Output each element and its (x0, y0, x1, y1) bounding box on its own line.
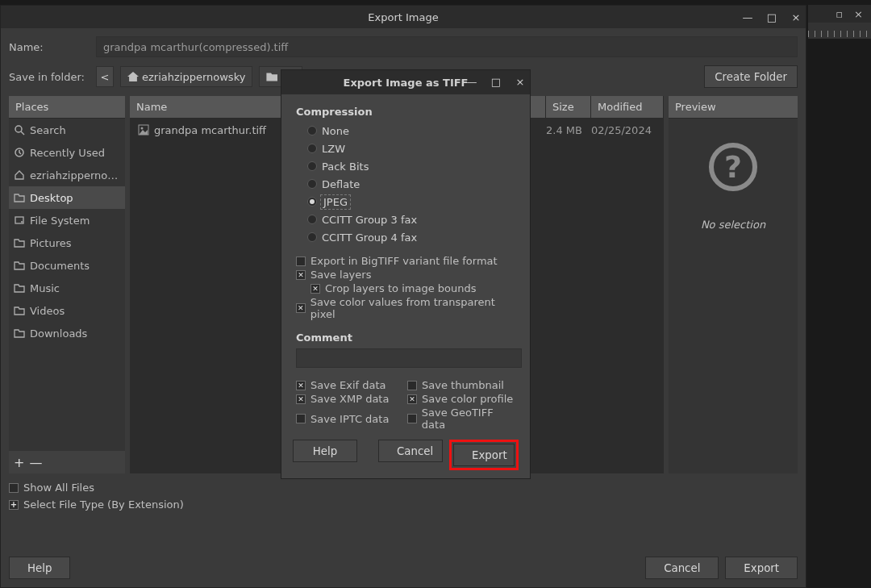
modal-maximize-button[interactable]: □ (490, 76, 502, 88)
modal-title: Export Image as TIFF (344, 77, 469, 89)
place-item-file-system[interactable]: File System (9, 209, 125, 231)
compression-ccitt-group-4-fax-radio[interactable]: CCITT Group 4 fax (307, 229, 519, 245)
place-item-desktop[interactable]: Desktop (9, 186, 125, 209)
place-item-documents[interactable]: Documents (9, 254, 125, 277)
save-xmp-checkbox[interactable] (296, 394, 306, 404)
modal-close-button[interactable]: × (514, 76, 527, 88)
save-color-row[interactable]: Save color values from transparent pixel (296, 296, 519, 320)
folder-icon (14, 192, 25, 203)
bigtiff-checkbox[interactable] (296, 256, 306, 266)
show-all-checkbox[interactable] (9, 483, 19, 493)
modal-buttons: Help Cancel Export (293, 440, 519, 470)
col-size-header[interactable]: Size (546, 96, 591, 118)
save-thumb-checkbox[interactable] (407, 381, 417, 390)
show-all-label: Show All Files (23, 482, 94, 494)
search-icon (14, 124, 25, 136)
place-item-search[interactable]: Search (9, 119, 125, 141)
save-exif-checkbox[interactable] (296, 381, 306, 390)
help-button[interactable]: Help (9, 557, 70, 579)
show-all-files-row[interactable]: Show All Files (9, 482, 798, 494)
modal-minimize-button[interactable]: — (465, 76, 478, 88)
compression-lzw-radio[interactable]: LZW (307, 140, 519, 156)
minimize-button[interactable]: — (741, 11, 754, 23)
crop-layers-checkbox[interactable] (310, 284, 320, 294)
preview-panel: Preview ? No selection (669, 96, 798, 473)
compression-jpeg-radio[interactable]: JPEG (307, 194, 519, 210)
home-icon (14, 169, 25, 181)
place-item-music[interactable]: Music (9, 277, 125, 299)
radio-label: LZW (322, 143, 345, 155)
save-xmp-row[interactable]: Save XMP data (296, 393, 407, 405)
save-iptc-checkbox[interactable] (296, 414, 306, 423)
filetype-expander[interactable] (9, 500, 19, 510)
places-toolbar: + — (9, 451, 125, 473)
radio-icon (307, 144, 317, 153)
save-thumb-row[interactable]: Save thumbnail (407, 379, 519, 391)
radio-label: CCITT Group 4 fax (322, 231, 417, 244)
radio-label: JPEG (322, 196, 349, 208)
save-thumb-label: Save thumbnail (422, 379, 504, 391)
name-label: Name: (9, 41, 90, 53)
save-colorprofile-row[interactable]: Save color profile (407, 393, 519, 405)
folder-icon (266, 73, 277, 81)
breadcrumb-back[interactable]: < (96, 66, 114, 87)
filename-input[interactable] (96, 36, 798, 57)
save-exif-row[interactable]: Save Exif data (296, 379, 407, 391)
breadcrumb-home[interactable]: ezriahzippernowsky (120, 66, 252, 87)
place-item-videos[interactable]: Videos (9, 299, 125, 322)
canvas-ruler (808, 23, 871, 39)
save-colorprofile-label: Save color profile (422, 393, 513, 405)
compression-pack-bits-radio[interactable]: Pack Bits (307, 158, 519, 174)
save-layers-label: Save layers (310, 269, 371, 281)
create-folder-button[interactable]: Create Folder (704, 65, 798, 88)
radio-icon (307, 161, 317, 171)
maximize-button[interactable]: □ (765, 11, 778, 23)
save-colorprofile-checkbox[interactable] (407, 394, 417, 404)
folder-icon (14, 305, 25, 316)
remove-place-button[interactable]: — (29, 455, 42, 470)
outer-minimize-button[interactable]: ▫ (836, 8, 843, 20)
compression-deflate-radio[interactable]: Deflate (307, 176, 519, 192)
outer-window-controls: ▫ × (808, 5, 871, 23)
save-layers-row[interactable]: Save layers (296, 269, 519, 281)
place-item-pictures[interactable]: Pictures (9, 231, 125, 254)
add-place-button[interactable]: + (14, 455, 24, 470)
export-tiff-modal: Export Image as TIFF — □ × Compression N… (281, 69, 531, 479)
save-layers-checkbox[interactable] (296, 270, 306, 280)
compression-none-radio[interactable]: None (307, 123, 519, 139)
crop-layers-row[interactable]: Crop layers to image bounds (310, 282, 519, 294)
compression-radio-group: NoneLZWPack BitsDeflateJPEGCCITT Group 3… (307, 123, 519, 245)
save-exif-label: Save Exif data (310, 379, 386, 391)
modal-cancel-button[interactable]: Cancel (378, 440, 443, 462)
export-highlight: Export (449, 440, 519, 470)
col-modified-header[interactable]: Modified (591, 96, 664, 118)
save-geotiff-label: Save GeoTIFF data (422, 407, 519, 431)
compression-ccitt-group-3-fax-radio[interactable]: CCITT Group 3 fax (307, 211, 519, 227)
close-button[interactable]: × (790, 11, 802, 23)
radio-icon (307, 215, 317, 224)
place-label: Search (30, 124, 66, 136)
folder-icon (14, 327, 25, 339)
radio-icon (307, 179, 317, 189)
save-geotiff-row[interactable]: Save GeoTIFF data (407, 407, 519, 431)
select-filetype-row[interactable]: Select File Type (By Extension) (9, 498, 798, 511)
place-item-ezriahzipperno-[interactable]: ezriahzipperno… (9, 164, 125, 186)
place-item-recently-used[interactable]: Recently Used (9, 141, 125, 164)
save-xmp-label: Save XMP data (310, 393, 389, 405)
places-header: Places (9, 96, 125, 119)
save-color-checkbox[interactable] (296, 303, 306, 313)
filetype-label: Select File Type (By Extension) (23, 498, 184, 511)
modal-help-button[interactable]: Help (293, 440, 357, 462)
window-title: Export Image (368, 11, 438, 23)
modal-export-button[interactable]: Export (453, 444, 515, 466)
export-button[interactable]: Export (725, 557, 798, 579)
folder-icon (14, 282, 25, 294)
place-item-downloads[interactable]: Downloads (9, 322, 125, 344)
save-geotiff-checkbox[interactable] (407, 414, 417, 423)
save-iptc-row[interactable]: Save IPTC data (296, 407, 407, 431)
comment-input[interactable] (296, 348, 522, 368)
cancel-button[interactable]: Cancel (645, 557, 719, 579)
breadcrumb-label: ezriahzippernowsky (142, 71, 245, 83)
bigtiff-row[interactable]: Export in BigTIFF variant file format (296, 255, 519, 267)
outer-close-button[interactable]: × (854, 8, 863, 20)
